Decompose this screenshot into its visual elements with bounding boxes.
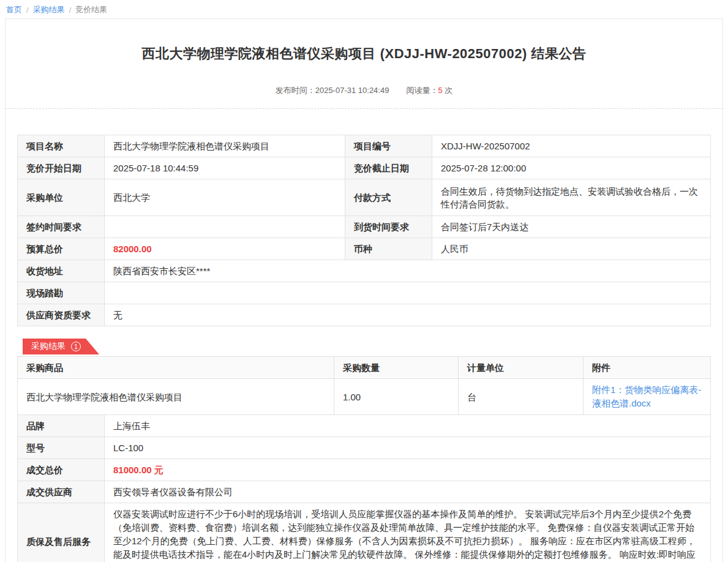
field-label: 收货地址 — [18, 260, 105, 282]
breadcrumb: 首页 / 采购结果 / 竞价结果 — [0, 0, 728, 16]
result-ribbon: 采购结果 1 — [23, 339, 99, 354]
table-row: 品牌 上海伍丰 — [18, 415, 711, 437]
result-detail-table: 品牌 上海伍丰 型号 LC-100 成交总价 81000.00 元 成交供应商 … — [17, 414, 711, 562]
table-row: 预算总价 82000.00 币种 人民币 — [18, 238, 711, 260]
product-attachment-cell: 附件1：货物类响应偏离表-液相色谱.docx — [584, 379, 711, 415]
product-row: 西北大学物理学院液相色谱仪采购项目 1.00 台 附件1：货物类响应偏离表-液相… — [18, 379, 711, 415]
field-value: 西北大学物理学院液相色谱仪采购项目 — [105, 135, 345, 157]
field-label: 成交供应商 — [18, 481, 105, 503]
budget-total-value: 82000.00 — [105, 238, 345, 260]
field-label: 成交总价 — [18, 459, 105, 481]
table-row: 竞价开始日期 2025-07-18 10:44:59 竞价截止日期 2025-0… — [18, 157, 711, 179]
divider — [6, 108, 722, 109]
field-label: 项目名称 — [18, 135, 105, 157]
column-header: 采购数量 — [334, 357, 459, 379]
views-label: 阅读量： — [406, 86, 438, 95]
field-value: 2025-07-28 12:00:00 — [432, 157, 711, 179]
publish-time-label: 发布时间： — [276, 86, 315, 95]
breadcrumb-separator: / — [69, 6, 72, 15]
field-label: 型号 — [18, 437, 105, 459]
field-label: 币种 — [345, 238, 432, 260]
field-value — [105, 216, 345, 238]
field-label: 竞价截止日期 — [345, 157, 432, 179]
page-title: 西北大学物理学院液相色谱仪采购项目 (XDJJ-HW-202507002) 结果… — [6, 45, 722, 63]
result-count-badge: 1 — [71, 342, 81, 351]
announcement-card: 西北大学物理学院液相色谱仪采购项目 (XDJJ-HW-202507002) 结果… — [5, 18, 723, 562]
field-value: LC-100 — [105, 437, 711, 459]
deal-price-value: 81000.00 元 — [105, 459, 711, 481]
field-value: 陕西省西安市长安区**** — [105, 260, 711, 282]
views-unit: 次 — [445, 86, 452, 95]
table-row: 项目名称 西北大学物理学院液相色谱仪采购项目 项目编号 XDJJ-HW-2025… — [18, 135, 711, 157]
table-row: 成交总价 81000.00 元 — [18, 459, 711, 481]
publish-meta: 发布时间：2025-07-31 10:24:49阅读量：5 次 — [6, 85, 722, 96]
field-label: 现场踏勘 — [18, 282, 105, 304]
breadcrumb-separator: / — [26, 6, 29, 15]
product-name: 西北大学物理学院液相色谱仪采购项目 — [18, 379, 334, 415]
field-value: 西北大学 — [105, 179, 345, 216]
result-product-table: 采购商品 采购数量 计量单位 附件 西北大学物理学院液相色谱仪采购项目 1.00… — [17, 356, 711, 415]
table-row: 质保及售后服务 仪器安装调试时应进行不少于6小时的现场培训，受培训人员应能掌握仪… — [18, 503, 711, 562]
field-label: 供应商资质要求 — [18, 304, 105, 326]
result-ribbon-label: 采购结果 — [31, 341, 66, 352]
field-value — [105, 282, 711, 304]
table-row: 供应商资质要求 无 — [18, 304, 711, 326]
table-row: 签约时间要求 到货时间要求 合同签订后7天内送达 — [18, 216, 711, 238]
attachment-link[interactable]: 附件1：货物类响应偏离表-液相色谱.docx — [592, 383, 702, 410]
field-label: 采购单位 — [18, 179, 105, 216]
field-value: 西安领导者仪器设备有限公司 — [105, 481, 711, 503]
table-header-row: 采购商品 采购数量 计量单位 附件 — [18, 357, 711, 379]
result-section-header: 采购结果 1 — [23, 339, 722, 354]
product-unit: 台 — [459, 379, 584, 415]
field-value: 人民币 — [432, 238, 711, 260]
field-label: 到货时间要求 — [345, 216, 432, 238]
field-value: 上海伍丰 — [105, 415, 711, 437]
breadcrumb-current: 竞价结果 — [75, 4, 107, 15]
publish-time-value: 2025-07-31 10:24:49 — [315, 86, 389, 95]
field-value: XDJJ-HW-202507002 — [432, 135, 711, 157]
column-header: 附件 — [584, 357, 711, 379]
field-label: 品牌 — [18, 415, 105, 437]
field-value: 合同生效后，待货物到达指定地点、安装调试验收合格后，一次性付清合同货款。 — [432, 179, 711, 216]
views-count: 5 — [438, 86, 442, 95]
product-quantity: 1.00 — [334, 379, 459, 415]
field-value: 无 — [105, 304, 711, 326]
field-label: 签约时间要求 — [18, 216, 105, 238]
table-row: 成交供应商 西安领导者仪器设备有限公司 — [18, 481, 711, 503]
field-label: 竞价开始日期 — [18, 157, 105, 179]
field-label: 付款方式 — [345, 179, 432, 216]
table-row: 型号 LC-100 — [18, 437, 711, 459]
table-row: 现场踏勘 — [18, 282, 711, 304]
breadcrumb-results-link[interactable]: 采购结果 — [33, 4, 65, 15]
breadcrumb-home-link[interactable]: 首页 — [6, 4, 22, 15]
project-info-table: 项目名称 西北大学物理学院液相色谱仪采购项目 项目编号 XDJJ-HW-2025… — [17, 135, 711, 326]
field-label: 项目编号 — [345, 135, 432, 157]
field-label: 质保及售后服务 — [18, 503, 105, 562]
field-label: 预算总价 — [18, 238, 105, 260]
table-row: 采购单位 西北大学 付款方式 合同生效后，待货物到达指定地点、安装调试验收合格后… — [18, 179, 711, 216]
table-row: 收货地址 陕西省西安市长安区**** — [18, 260, 711, 282]
column-header: 计量单位 — [459, 357, 584, 379]
field-value: 2025-07-18 10:44:59 — [105, 157, 345, 179]
field-value: 合同签订后7天内送达 — [432, 216, 711, 238]
service-terms-value: 仪器安装调试时应进行不少于6小时的现场培训，受培训人员应能掌握仪器的基本操作及简… — [105, 503, 711, 562]
column-header: 采购商品 — [18, 357, 334, 379]
